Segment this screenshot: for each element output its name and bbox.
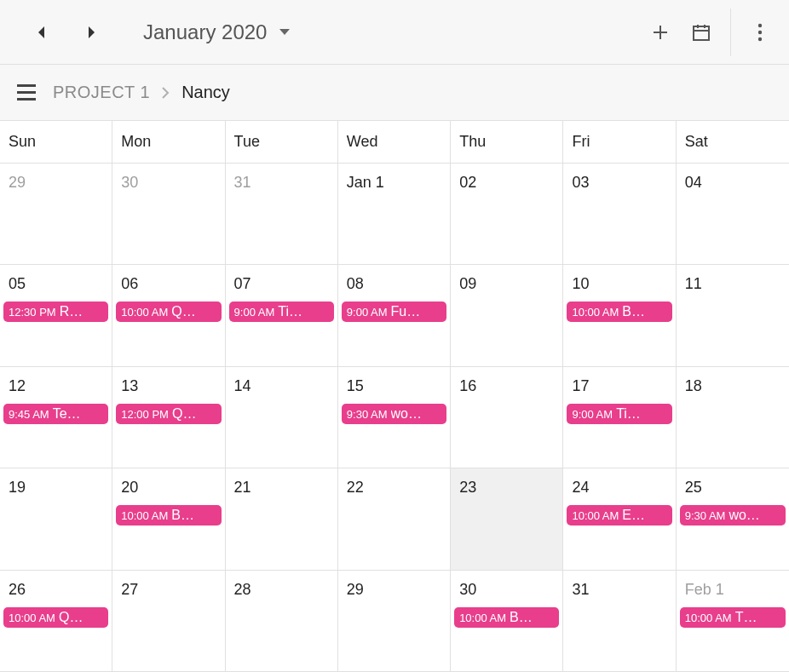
calendar-day-cell[interactable]: 14: [226, 367, 338, 468]
event-time: 10:00 AM: [685, 612, 732, 624]
calendar-day-cell[interactable]: Jan 1: [338, 164, 451, 265]
calendar-day-cell[interactable]: 0610:00 AMQ…: [112, 265, 225, 366]
event-time: 9:00 AM: [572, 408, 613, 421]
calendar-day-cell[interactable]: 3010:00 AMB…: [451, 571, 563, 672]
calendar-event[interactable]: 12:30 PMR…: [3, 302, 108, 322]
day-header: Thu: [451, 121, 563, 163]
breadcrumb-root[interactable]: PROJECT 1: [53, 83, 150, 102]
calendar-icon: [692, 23, 711, 42]
calendar-date-label: 19: [0, 475, 112, 505]
calendar-event[interactable]: 10:00 AMB…: [116, 505, 221, 526]
event-title: B…: [510, 610, 554, 625]
event-title: Ti…: [278, 304, 329, 319]
event-title: wo…: [391, 406, 442, 422]
event-title: Ti…: [616, 406, 667, 422]
calendar-date-label: 29: [0, 170, 112, 200]
calendar-date-label: 27: [112, 577, 224, 607]
calendar-event[interactable]: 10:00 AME…: [567, 505, 671, 526]
calendar-date-label: 11: [677, 272, 789, 302]
calendar-day-cell[interactable]: 259:30 AMwo…: [677, 468, 789, 570]
calendar-day-cell[interactable]: 31: [226, 164, 338, 265]
toolbar-divider: [730, 9, 731, 56]
add-button[interactable]: [640, 12, 681, 53]
event-title: Q…: [59, 610, 103, 625]
calendar-day-cell[interactable]: 04: [677, 164, 789, 265]
calendar-day-cell[interactable]: 03: [563, 164, 676, 265]
calendar-date-label: Jan 1: [338, 170, 450, 200]
event-time: 10:00 AM: [121, 306, 168, 319]
calendar-date-label: 26: [0, 577, 112, 607]
calendar-day-cell[interactable]: 1010:00 AMB…: [563, 265, 676, 366]
calendar-event[interactable]: 10:00 AMB…: [567, 302, 671, 322]
calendar-day-cell[interactable]: 02: [451, 164, 563, 265]
calendar-day-cell[interactable]: 27: [112, 571, 225, 672]
event-title: R…: [60, 304, 104, 319]
chevron-right-icon: [87, 25, 97, 40]
calendar-date-label: 24: [563, 475, 675, 505]
calendar-day-cell[interactable]: 2610:00 AMQ…: [0, 571, 112, 672]
calendar-day-cell[interactable]: 28: [226, 571, 338, 672]
calendar-event[interactable]: 9:00 AMTi…: [567, 404, 671, 424]
calendar-date-label: 29: [338, 577, 450, 607]
calendar-date-label: 31: [563, 577, 675, 607]
calendar-day-cell[interactable]: 16: [451, 367, 563, 468]
calendar-day-cell[interactable]: 1312:00 PMQ…: [112, 367, 225, 468]
event-title: E…: [622, 508, 666, 523]
calendar-event[interactable]: 9:00 AMFu…: [342, 302, 446, 322]
calendar-day-cell[interactable]: 22: [338, 468, 451, 570]
calendar-date-label: 02: [451, 170, 562, 200]
event-title: Te…: [53, 406, 104, 422]
calendar-day-cell[interactable]: 29: [338, 571, 451, 672]
calendar-event[interactable]: 12:00 PMQ…: [116, 404, 221, 424]
next-month-button[interactable]: [75, 15, 109, 49]
calendar-day-cell[interactable]: 09: [451, 265, 563, 366]
event-time: 9:30 AM: [347, 408, 388, 421]
prev-month-button[interactable]: [24, 15, 58, 49]
calendar-event[interactable]: 10:00 AMB…: [454, 607, 559, 628]
calendar-day-cell[interactable]: 129:45 AMTe…: [0, 367, 112, 468]
calendar-day-cell[interactable]: 29: [0, 164, 112, 265]
calendar-date-label: 22: [338, 475, 450, 505]
calendar-event[interactable]: 9:45 AMTe…: [3, 404, 108, 424]
calendar-event[interactable]: 9:30 AMwo…: [342, 404, 446, 424]
month-selector[interactable]: January 2020: [143, 20, 291, 44]
calendar-event[interactable]: 9:00 AMTi…: [229, 302, 334, 322]
calendar-event[interactable]: 10:00 AMQ…: [3, 607, 108, 628]
event-time: 9:30 AM: [685, 509, 726, 522]
calendar-date-label: 08: [338, 272, 450, 302]
calendar-day-cell[interactable]: 23: [451, 468, 563, 570]
calendar-day-cell[interactable]: 089:00 AMFu…: [338, 265, 451, 366]
calendar-day-cell[interactable]: 179:00 AMTi…: [563, 367, 676, 468]
calendar-event[interactable]: 10:00 AMT…: [680, 607, 786, 628]
calendar-day-cell[interactable]: 18: [677, 367, 789, 468]
event-title: T…: [735, 610, 780, 625]
calendar-day-cell[interactable]: 079:00 AMTi…: [226, 265, 338, 366]
calendar-date-label: 15: [338, 374, 450, 404]
calendar-event[interactable]: 9:30 AMwo…: [680, 505, 786, 526]
menu-button[interactable]: [17, 81, 41, 105]
chevron-right-icon: [162, 87, 170, 99]
calendar-day-cell[interactable]: 2410:00 AME…: [563, 468, 676, 570]
more-menu-button[interactable]: [740, 12, 780, 53]
calendar-event[interactable]: 10:00 AMQ…: [116, 302, 221, 322]
event-time: 10:00 AM: [9, 612, 55, 624]
calendar-day-cell[interactable]: Feb 110:00 AMT…: [677, 571, 789, 672]
calendar-date-label: 07: [226, 272, 337, 302]
calendar-day-cell[interactable]: 11: [677, 265, 789, 366]
calendar-day-cell[interactable]: 0512:30 PMR…: [0, 265, 112, 366]
calendar-day-cell[interactable]: 19: [0, 468, 112, 570]
dropdown-icon: [279, 28, 291, 37]
calendar-date-label: 10: [563, 272, 675, 302]
calendar-date-label: 25: [677, 475, 789, 505]
today-button[interactable]: [681, 12, 722, 53]
calendar-date-label: 17: [563, 374, 675, 404]
event-time: 10:00 AM: [572, 306, 619, 319]
calendar-day-cell[interactable]: 159:30 AMwo…: [338, 367, 451, 468]
calendar-date-label: 23: [451, 475, 562, 505]
calendar-day-cell[interactable]: 2010:00 AMB…: [112, 468, 225, 570]
calendar-day-cell[interactable]: 31: [563, 571, 676, 672]
svg-rect-0: [694, 26, 709, 40]
day-header: Tue: [226, 121, 338, 163]
calendar-day-cell[interactable]: 21: [226, 468, 338, 570]
calendar-day-cell[interactable]: 30: [112, 164, 225, 265]
